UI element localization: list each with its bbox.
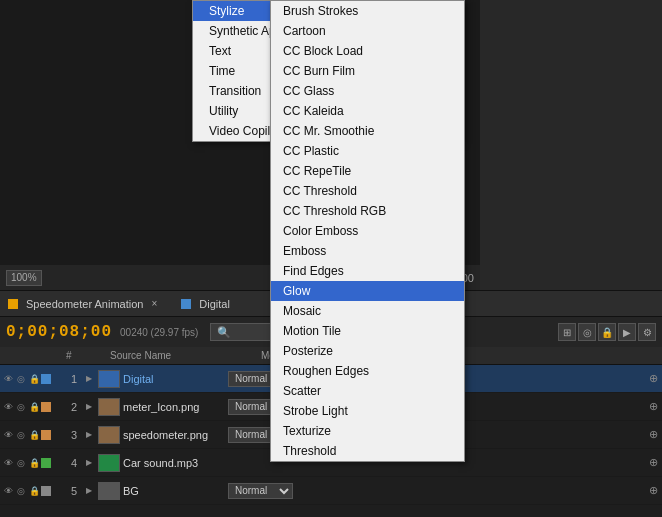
submenu-item-cc-plastic[interactable]: CC Plastic <box>271 141 464 161</box>
layer-name: meter_Icon.png <box>98 398 228 416</box>
submenu-item-scatter[interactable]: Scatter <box>271 381 464 401</box>
submenu-item-cc-mr-smoothie[interactable]: CC Mr. Smoothie <box>271 121 464 141</box>
solo-button[interactable]: ◎ <box>578 323 596 341</box>
layer-row[interactable]: 👁 ◎ 🔒 5▶BGNormal⊕ <box>0 477 662 505</box>
layer-options[interactable]: ⊕ <box>649 372 662 385</box>
layer-thumbnail <box>98 454 120 472</box>
submenu-item-brush-strokes[interactable]: Brush Strokes <box>271 1 464 21</box>
submenu-item-cc-threshold[interactable]: CC Threshold <box>271 181 464 201</box>
layer-thumbnail <box>98 482 120 500</box>
zoom-display[interactable]: 100% <box>6 270 42 286</box>
solo-icon[interactable]: ◎ <box>15 373 27 385</box>
timeline-tab-speedometer[interactable]: Speedometer Animation <box>26 298 143 310</box>
submenu-item-cc-block-load[interactable]: CC Block Load <box>271 41 464 61</box>
solo-icon[interactable]: ◎ <box>15 401 27 413</box>
label-icon[interactable] <box>41 486 51 496</box>
submenu-item-cc-repetile[interactable]: CC RepeTile <box>271 161 464 181</box>
layer-number: 5 <box>62 485 86 497</box>
layer-name: BG <box>98 482 228 500</box>
layer-thumbnail <box>98 426 120 444</box>
submenu-item-strobe-light[interactable]: Strobe Light <box>271 401 464 421</box>
eye-icon[interactable]: 👁 <box>2 429 14 441</box>
submenu-item-texturize[interactable]: Texturize <box>271 421 464 441</box>
stylize-submenu: Brush StrokesCartoonCC Block LoadCC Burn… <box>270 0 465 462</box>
submenu-item-roughen-edges[interactable]: Roughen Edges <box>271 361 464 381</box>
lock-icon[interactable]: 🔒 <box>28 457 40 469</box>
col-header-index: # <box>66 350 90 361</box>
eye-icon[interactable]: 👁 <box>2 485 14 497</box>
submenu-item-mosaic[interactable]: Mosaic <box>271 301 464 321</box>
fps-label: 00240 (29.97 fps) <box>120 327 198 338</box>
solo-icon[interactable]: ◎ <box>15 457 27 469</box>
lock-icon[interactable]: 🔒 <box>28 401 40 413</box>
comp-icon-orange <box>8 299 18 309</box>
timeline-tab-digital[interactable]: Digital <box>199 298 230 310</box>
submenu-item-color-emboss[interactable]: Color Emboss <box>271 221 464 241</box>
layer-name: Car sound.mp3 <box>98 454 228 472</box>
layer-name: speedometer.png <box>98 426 228 444</box>
new-comp-button[interactable]: ⊞ <box>558 323 576 341</box>
layer-vis-icons: 👁 ◎ 🔒 <box>0 457 62 469</box>
layer-number: 1 <box>62 373 86 385</box>
layer-name: Digital <box>98 370 228 388</box>
timecode-display: 0;00;08;00 <box>6 323 112 341</box>
layer-collapse-arrow[interactable]: ▶ <box>86 486 98 495</box>
label-icon[interactable] <box>41 458 51 468</box>
col-header-name: Source Name <box>106 350 261 361</box>
submenu-item-threshold[interactable]: Threshold <box>271 441 464 461</box>
submenu-item-glow[interactable]: Glow <box>271 281 464 301</box>
eye-icon[interactable]: 👁 <box>2 401 14 413</box>
layer-number: 3 <box>62 429 86 441</box>
label-icon[interactable] <box>41 402 51 412</box>
submenu-item-cc-glass[interactable]: CC Glass <box>271 81 464 101</box>
layer-collapse-arrow[interactable]: ▶ <box>86 402 98 411</box>
layer-options[interactable]: ⊕ <box>649 400 662 413</box>
submenu-item-emboss[interactable]: Emboss <box>271 241 464 261</box>
layer-thumbnail <box>98 370 120 388</box>
layer-vis-icons: 👁 ◎ 🔒 <box>0 429 62 441</box>
label-icon[interactable] <box>41 430 51 440</box>
submenu-item-cartoon[interactable]: Cartoon <box>271 21 464 41</box>
settings-button[interactable]: ⚙ <box>638 323 656 341</box>
layer-collapse-arrow[interactable]: ▶ <box>86 374 98 383</box>
submenu-item-find-edges[interactable]: Find Edges <box>271 261 464 281</box>
layer-vis-icons: 👁 ◎ 🔒 <box>0 485 62 497</box>
render-button[interactable]: ▶ <box>618 323 636 341</box>
layer-number: 4 <box>62 457 86 469</box>
submenu-item-cc-threshold-rgb[interactable]: CC Threshold RGB <box>271 201 464 221</box>
solo-icon[interactable]: ◎ <box>15 485 27 497</box>
submenu-item-posterize[interactable]: Posterize <box>271 341 464 361</box>
layer-collapse-arrow[interactable]: ▶ <box>86 458 98 467</box>
layer-mode[interactable]: Normal <box>228 483 308 499</box>
eye-icon[interactable]: 👁 <box>2 457 14 469</box>
comp-icon-blue <box>181 299 191 309</box>
lock-icon[interactable]: 🔒 <box>28 485 40 497</box>
submenu-item-cc-burn-film[interactable]: CC Burn Film <box>271 61 464 81</box>
layer-number: 2 <box>62 401 86 413</box>
label-icon[interactable] <box>41 374 51 384</box>
layer-options[interactable]: ⊕ <box>649 428 662 441</box>
lock-button[interactable]: 🔒 <box>598 323 616 341</box>
lock-icon[interactable]: 🔒 <box>28 373 40 385</box>
mode-dropdown[interactable]: Normal <box>228 483 293 499</box>
solo-icon[interactable]: ◎ <box>15 429 27 441</box>
layer-vis-icons: 👁 ◎ 🔒 <box>0 373 62 385</box>
submenu-item-cc-kaleida[interactable]: CC Kaleida <box>271 101 464 121</box>
tab-close-speedometer[interactable]: × <box>151 298 157 309</box>
timeline-icon-buttons: ⊞ ◎ 🔒 ▶ ⚙ <box>558 323 656 341</box>
layer-options[interactable]: ⊕ <box>649 484 662 497</box>
layer-options[interactable]: ⊕ <box>649 456 662 469</box>
layer-vis-icons: 👁 ◎ 🔒 <box>0 401 62 413</box>
layer-collapse-arrow[interactable]: ▶ <box>86 430 98 439</box>
submenu-item-motion-tile[interactable]: Motion Tile <box>271 321 464 341</box>
eye-icon[interactable]: 👁 <box>2 373 14 385</box>
lock-icon[interactable]: 🔒 <box>28 429 40 441</box>
layer-thumbnail <box>98 398 120 416</box>
